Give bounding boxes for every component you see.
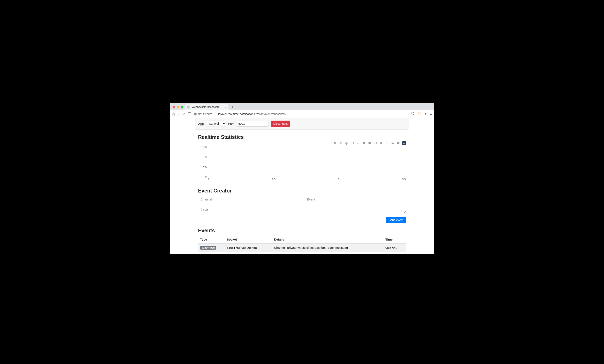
send-event-button[interactable]: Send event xyxy=(386,217,406,223)
security-indicator[interactable]: ! Not Secure xyxy=(194,112,212,116)
event-details: Channel: private-websockets-dashboard-ap… xyxy=(272,243,383,252)
address-bar[interactable]: ! Not Secure │ laravel-real-time-notific… xyxy=(194,112,403,116)
port-label: Port: xyxy=(228,122,235,126)
realtime-stats-heading: Realtime Statistics xyxy=(198,134,406,140)
port-input[interactable] xyxy=(237,121,269,126)
warning-icon: ! xyxy=(194,113,197,115)
chart-x-axis: 22.533.5 xyxy=(209,178,404,182)
x-tick: 3 xyxy=(338,178,340,181)
x-tick: 2 xyxy=(208,178,210,181)
reload-button[interactable]: ⟳ xyxy=(182,112,185,116)
event-time: 08:57:49 xyxy=(383,243,406,252)
events-table: Type Socket Details Time subscribed61951… xyxy=(198,236,406,254)
browser-toolbar: ◁ ▷ ⟳ ! Not Secure │ laravel-real-time-n… xyxy=(170,110,434,118)
event-details: Channel: private-websockets-dashboard-ap… xyxy=(272,252,383,254)
app-select[interactable]: Laravel xyxy=(207,121,226,127)
extensions-button[interactable]: ✦ xyxy=(424,112,427,116)
col-socket: Socket xyxy=(225,236,272,243)
forward-button[interactable]: ▷ xyxy=(177,112,180,116)
col-type: Type xyxy=(198,236,225,243)
tab-close-button[interactable]: × xyxy=(225,105,226,109)
col-time: Time xyxy=(383,236,406,243)
disconnect-button[interactable]: Disconnect xyxy=(271,121,290,127)
data-input[interactable] xyxy=(198,206,406,213)
page-content: App: Laravel Port: Disconnect Realtime S… xyxy=(170,118,434,254)
new-tab-button[interactable]: + xyxy=(230,104,235,110)
y-tick: 2 xyxy=(205,176,207,178)
events-heading: Events xyxy=(198,228,406,234)
close-window-button[interactable] xyxy=(173,106,175,108)
back-button[interactable]: ◁ xyxy=(172,112,175,116)
url-host: laravel-real-time-notifications.test xyxy=(218,112,260,116)
channel-input[interactable] xyxy=(198,196,299,203)
app-label: App: xyxy=(198,122,205,126)
chart[interactable]: 22.533.5 22.533.5 xyxy=(198,142,406,183)
separator: │ xyxy=(406,112,408,116)
event-socket xyxy=(225,252,272,254)
maximize-window-button[interactable] xyxy=(181,106,183,108)
separator: │ xyxy=(214,112,216,116)
browser-tab[interactable]: WebSockets Dashboard × xyxy=(185,104,228,110)
event-socket: 61951766.968965458 xyxy=(225,243,272,252)
x-tick: 2.5 xyxy=(272,178,276,181)
event-time: 08:57:49 xyxy=(383,252,406,254)
y-tick: 3 xyxy=(205,156,207,159)
menu-button[interactable]: ≡ xyxy=(430,112,432,116)
browser-window: WebSockets Dashboard × + ◁ ▷ ⟳ ! Not Sec… xyxy=(170,103,434,254)
chart-plot-area xyxy=(209,148,404,177)
browser-tabbar: WebSockets Dashboard × + xyxy=(170,103,434,110)
y-tick: 3.5 xyxy=(203,146,207,149)
table-row: subscribed61951766.968965458Channel: pri… xyxy=(198,243,406,252)
table-row: occupiedChannel: private-websockets-dash… xyxy=(198,252,406,254)
event-type-badge: subscribed xyxy=(200,246,216,250)
event-input[interactable] xyxy=(305,196,406,203)
minimize-window-button[interactable] xyxy=(177,106,179,108)
url-path: /laravel-websockets xyxy=(260,112,286,116)
bookmark-button[interactable] xyxy=(188,112,191,116)
globe-icon xyxy=(187,106,190,108)
chart-y-axis: 22.533.5 xyxy=(198,148,208,177)
x-tick: 3.5 xyxy=(402,178,406,181)
config-bar: App: Laravel Port: Disconnect xyxy=(195,118,409,130)
chart-container: 22.533.5 22.533.5 xyxy=(198,142,406,183)
not-secure-label: Not Secure xyxy=(198,112,212,116)
brave-icon[interactable] xyxy=(417,112,421,116)
event-creator-heading: Event Creator xyxy=(198,188,406,194)
y-tick: 2.5 xyxy=(203,166,207,169)
tab-title: WebSockets Dashboard xyxy=(192,106,220,108)
window-controls xyxy=(172,106,185,110)
shield-icon[interactable] xyxy=(411,112,415,116)
col-details: Details xyxy=(272,236,383,243)
